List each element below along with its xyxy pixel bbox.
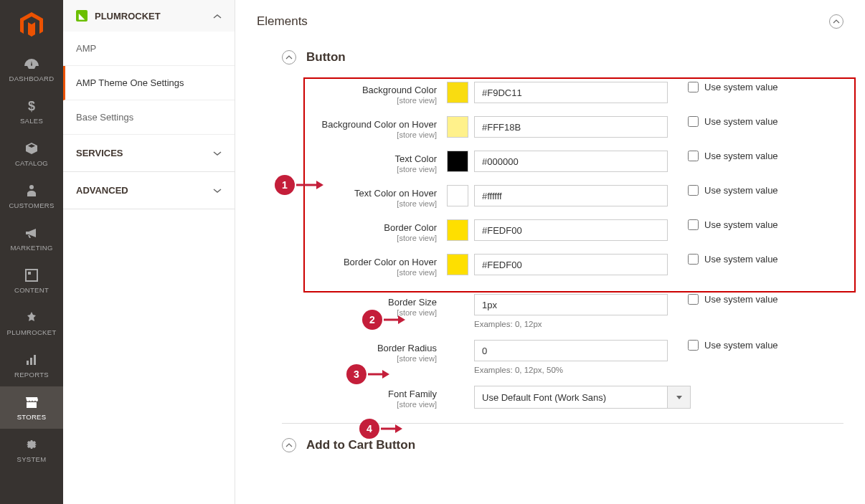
section-label: PLUMROCKET	[95, 11, 161, 22]
select-dropdown-button[interactable]	[668, 386, 691, 409]
plumrocket-icon	[0, 310, 63, 325]
chevron-down-icon	[213, 148, 222, 158]
field-label: Border Radius	[377, 343, 437, 353]
color-swatch[interactable]	[447, 82, 468, 103]
input-bg-color[interactable]	[474, 82, 668, 103]
config-section-advanced[interactable]: ADVANCED	[63, 172, 235, 209]
config-item-base-settings[interactable]: Base Settings	[63, 100, 235, 135]
input-bg-hover[interactable]	[474, 116, 668, 138]
color-swatch[interactable]	[447, 219, 468, 241]
scope-label: [store view]	[282, 268, 437, 277]
expand-icon[interactable]	[282, 438, 296, 452]
section-label: SERVICES	[76, 148, 123, 158]
checkbox-label: Use system value	[704, 82, 778, 92]
use-system-checkbox[interactable]: Use system value	[688, 219, 778, 230]
checkbox-label: Use system value	[704, 294, 778, 305]
dashboard-icon	[0, 56, 63, 72]
svg-rect-3	[27, 361, 29, 365]
config-item-amp-theme-one[interactable]: AMP Theme One Settings	[63, 66, 235, 100]
nav-label: SYSTEM	[0, 455, 63, 463]
config-item-amp[interactable]: AMP	[63, 32, 235, 66]
nav-customers[interactable]: CUSTOMERS	[0, 175, 63, 217]
gear-icon	[0, 437, 63, 452]
sales-icon: $	[0, 98, 63, 114]
input-border-radius[interactable]	[474, 340, 668, 361]
nav-plumrocket[interactable]: PLUMROCKET	[0, 302, 63, 344]
nav-label: CUSTOMERS	[0, 201, 63, 209]
nav-stores[interactable]: STORES	[0, 386, 63, 429]
select-font-family[interactable]: Use Default Font (Work Sans)	[474, 386, 668, 409]
catalog-icon	[0, 141, 63, 156]
scope-label: [store view]	[282, 199, 437, 208]
input-border-hover[interactable]	[474, 254, 668, 275]
nav-reports[interactable]: REPORTS	[0, 344, 63, 386]
subsection-button[interactable]: Button	[282, 50, 843, 65]
nav-sales[interactable]: $ SALES	[0, 90, 63, 133]
nav-content[interactable]: CONTENT	[0, 260, 63, 302]
config-section-plumrocket[interactable]: ◣ PLUMROCKET	[63, 0, 235, 32]
scope-label: [store view]	[282, 400, 437, 409]
nav-label: DASHBOARD	[0, 75, 63, 82]
plumrocket-badge-icon: ◣	[76, 10, 88, 22]
row-border-color: Border Color[store view] Use system valu…	[282, 219, 843, 242]
input-border-color[interactable]	[474, 219, 668, 241]
section-elements[interactable]: Elements	[257, 14, 843, 29]
use-system-checkbox[interactable]: Use system value	[688, 340, 778, 351]
annotation-arrow	[384, 314, 407, 325]
field-label: Background Color on Hover	[322, 119, 437, 130]
use-system-checkbox[interactable]: Use system value	[688, 82, 778, 92]
annotation-arrow	[368, 369, 391, 380]
scope-label: [store view]	[282, 354, 437, 363]
reports-icon	[0, 352, 63, 368]
magento-logo[interactable]	[17, 11, 46, 39]
field-hint: Examples: 0, 12px	[474, 320, 668, 328]
nav-system[interactable]: SYSTEM	[0, 429, 63, 471]
color-swatch[interactable]	[447, 254, 468, 275]
use-system-checkbox[interactable]: Use system value	[688, 294, 778, 305]
use-system-checkbox[interactable]: Use system value	[688, 116, 778, 127]
color-swatch[interactable]	[447, 151, 468, 172]
row-border-radius: Border Radius[store view] Examples: 0, 1…	[282, 340, 843, 374]
content-icon	[0, 267, 63, 283]
marketing-icon	[0, 225, 63, 241]
field-label: Text Color on Hover	[354, 188, 437, 199]
field-label: Border Size	[388, 297, 437, 308]
nav-label: STORES	[0, 413, 63, 421]
annotation-bubble-3: 3	[346, 364, 367, 384]
checkbox-label: Use system value	[704, 185, 778, 196]
checkbox-label: Use system value	[704, 219, 778, 230]
row-border-hover: Border Color on Hover[store view] Use sy…	[282, 254, 843, 277]
color-swatch[interactable]	[447, 116, 468, 138]
nav-marketing[interactable]: MARKETING	[0, 217, 63, 260]
nav-label: CATALOG	[0, 159, 63, 167]
svg-text:$: $	[28, 99, 35, 113]
subsection-add-to-cart[interactable]: Add to Cart Button	[282, 438, 843, 452]
annotation-bubble-1: 1	[275, 175, 295, 195]
row-font-family: Font Family[store view] Use Default Font…	[282, 386, 843, 409]
use-system-checkbox[interactable]: Use system value	[688, 254, 778, 265]
nav-dashboard[interactable]: DASHBOARD	[0, 48, 63, 90]
chevron-up-icon	[213, 11, 222, 22]
use-system-checkbox[interactable]: Use system value	[688, 185, 778, 196]
nav-label: CONTENT	[0, 286, 63, 294]
chevron-down-icon	[213, 185, 222, 196]
checkbox-label: Use system value	[704, 340, 778, 351]
input-text-color[interactable]	[474, 151, 668, 172]
nav-catalog[interactable]: CATALOG	[0, 133, 63, 175]
config-section-services[interactable]: SERVICES	[63, 135, 235, 172]
row-text-hover: Text Color on Hover[store view] Use syst…	[282, 185, 843, 208]
collapse-icon[interactable]	[282, 50, 296, 65]
subsection-title-text: Button	[306, 50, 346, 65]
field-label: Font Family	[388, 389, 437, 399]
scope-label: [store view]	[282, 308, 437, 317]
collapse-icon[interactable]	[829, 14, 843, 29]
use-system-checkbox[interactable]: Use system value	[688, 151, 778, 161]
color-swatch[interactable]	[447, 185, 468, 206]
input-border-size[interactable]	[474, 294, 668, 315]
field-label: Border Color	[384, 222, 437, 233]
nav-label: REPORTS	[0, 371, 63, 379]
input-text-hover[interactable]	[474, 185, 668, 206]
nav-label: MARKETING	[0, 244, 63, 252]
section-title-text: Elements	[257, 14, 308, 29]
stores-icon	[0, 394, 63, 410]
